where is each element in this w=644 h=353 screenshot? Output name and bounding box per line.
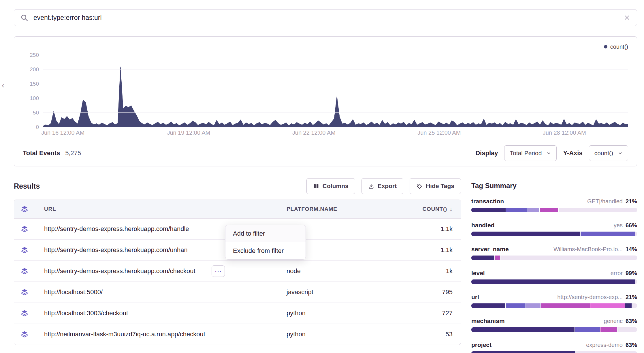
count-cell: 795: [409, 288, 461, 296]
y-tick-label: 200: [30, 66, 39, 73]
tag-bar-segment[interactable]: [526, 303, 541, 308]
columns-button[interactable]: Columns: [306, 178, 355, 194]
stack-icon: [21, 288, 28, 296]
url-cell[interactable]: http://neilmanvar-flask-m3uuizd7iq-uc.a.…: [35, 331, 282, 338]
y-axis-select[interactable]: count(): [589, 145, 628, 161]
tag-name: url: [471, 294, 479, 301]
platform-column-header[interactable]: PLATFORM.NAME: [282, 206, 409, 212]
tag-bar[interactable]: [471, 256, 637, 260]
tag-bar-segment[interactable]: [581, 232, 635, 236]
count-cell: 1.1k: [409, 246, 461, 254]
export-icon: [368, 183, 374, 189]
platform-cell: python: [282, 309, 409, 317]
tag-bar-segment[interactable]: [541, 303, 590, 308]
tag-bar-segment[interactable]: [600, 327, 617, 332]
tag-top-value: GET|/handled: [587, 198, 623, 205]
tag-bar-segment[interactable]: [506, 208, 528, 212]
y-axis-label: Y-Axis: [563, 149, 582, 157]
tag-bar-segment[interactable]: [471, 232, 580, 236]
search-bar: [14, 9, 637, 26]
chart-plot[interactable]: [43, 55, 628, 127]
hide-tags-button-label: Hide Tags: [426, 183, 454, 189]
menu-item-exclude-from-filter[interactable]: Exclude from filter: [225, 242, 306, 259]
tag-summary: Tag Summary transactionGET|/handled21%ha…: [471, 178, 637, 353]
results-table: URL PLATFORM.NAME COUNT() ↓ http://sentr…: [14, 200, 461, 345]
tag-bar-segment[interactable]: [471, 303, 505, 308]
tag-bar[interactable]: [471, 232, 637, 236]
content-row: Results Columns Export: [14, 178, 637, 353]
menu-item-add-to-filter[interactable]: Add to filter: [225, 225, 306, 242]
hide-tags-button[interactable]: Hide Tags: [410, 178, 461, 194]
sidebar-collapse-icon[interactable]: ‹: [2, 81, 4, 89]
row-stack-cell: [14, 288, 35, 296]
tag-bar-segment[interactable]: [632, 303, 637, 308]
search-input[interactable]: [33, 14, 624, 22]
tag-name: handled: [471, 222, 495, 229]
tag-bar-segment[interactable]: [625, 303, 632, 308]
tag-bar-segment[interactable]: [635, 232, 637, 236]
row-actions-button[interactable]: ⋯: [212, 265, 225, 277]
tag-bar-segment[interactable]: [575, 327, 600, 332]
export-button[interactable]: Export: [361, 178, 404, 194]
chart-legend[interactable]: count(): [23, 42, 628, 51]
tag-bar[interactable]: [471, 351, 637, 353]
tag-bar-segment[interactable]: [471, 279, 635, 284]
ellipsis-icon: ⋯: [215, 268, 222, 275]
chart-x-axis: Jun 16 12:00 AMJun 19 12:00 AMJun 22 12:…: [43, 127, 628, 140]
table-row[interactable]: http://localhost:3003/checkoutpython727: [14, 303, 461, 324]
tag-bar[interactable]: [471, 303, 637, 308]
tag-block-server_name: server_nameWilliams-MacBook-Pro.lo...14%: [471, 246, 637, 260]
x-tick-label: Jun 25 12:00 AM: [417, 129, 461, 136]
tag-bar-segment[interactable]: [559, 208, 637, 212]
tag-bar[interactable]: [471, 208, 637, 212]
tag-bar[interactable]: [471, 279, 637, 284]
clear-icon[interactable]: [624, 14, 630, 21]
tag-bar-segment[interactable]: [500, 256, 637, 260]
tag-bar-segment[interactable]: [635, 279, 637, 284]
url-cell[interactable]: http://localhost:3003/checkout: [35, 309, 282, 317]
gridline: [43, 55, 628, 55]
x-tick-label: Jun 22 12:00 AM: [292, 129, 336, 136]
table-row[interactable]: http://sentry-demos-express.herokuapp.co…: [14, 260, 461, 281]
tag-bar-segment[interactable]: [471, 327, 575, 332]
legend-dot-icon: [604, 45, 607, 48]
tag-bar-segment[interactable]: [471, 256, 494, 260]
stack-icon: [21, 225, 28, 233]
y-tick-label: 50: [33, 110, 39, 116]
url-column-header[interactable]: URL: [35, 206, 282, 212]
tag-bar-segment[interactable]: [495, 256, 500, 260]
total-events-label: Total Events: [23, 149, 60, 157]
tag-name: mechanism: [471, 318, 505, 324]
tag-bar-segment[interactable]: [590, 303, 624, 308]
y-axis-select-value: count(): [594, 150, 613, 157]
stack-icon: [21, 309, 28, 317]
url-cell[interactable]: http://localhost:5000/: [35, 288, 282, 296]
results-title: Results: [14, 182, 40, 190]
tag-name: level: [471, 270, 485, 277]
tag-bar[interactable]: [471, 327, 637, 332]
table-row[interactable]: http://neilmanvar-flask-m3uuizd7iq-uc.a.…: [14, 324, 461, 345]
tag-bar-segment[interactable]: [471, 208, 506, 212]
row-stack-cell: [14, 267, 35, 275]
gridline: [43, 112, 628, 113]
tag-bar-segment[interactable]: [506, 303, 526, 308]
url-cell[interactable]: http://sentry-demos-express.herokuapp.co…: [35, 265, 282, 277]
tag-bar-segment[interactable]: [617, 327, 637, 332]
tag-bar-segment[interactable]: [540, 208, 558, 212]
table-row[interactable]: http://localhost:5000/javascript795: [14, 281, 461, 303]
tag-list: transactionGET|/handled21%handledyes66%s…: [471, 198, 637, 353]
x-tick-label: Jun 19 12:00 AM: [167, 129, 210, 136]
platform-cell: node: [282, 267, 409, 275]
url-text: http://sentry-demos-express.herokuapp.co…: [44, 225, 189, 233]
tag-bar-segment[interactable]: [528, 208, 540, 212]
tag-bar-segment[interactable]: [471, 351, 575, 353]
tag-top-value: http://sentry-demos-exp...: [557, 294, 623, 301]
tag-bar-segment[interactable]: [576, 351, 637, 353]
count-column-header[interactable]: COUNT() ↓: [409, 206, 461, 213]
tag-top-value: yes: [614, 222, 623, 229]
display-select[interactable]: Total Period: [504, 145, 557, 161]
events-chart-card: count() 050100150200250 Jun 16 12:00 AMJ…: [14, 36, 637, 166]
tag-block-project: projectexpress-demo63%: [471, 341, 637, 353]
gridline: [43, 69, 628, 70]
chart-y-axis: 050100150200250: [23, 55, 39, 127]
